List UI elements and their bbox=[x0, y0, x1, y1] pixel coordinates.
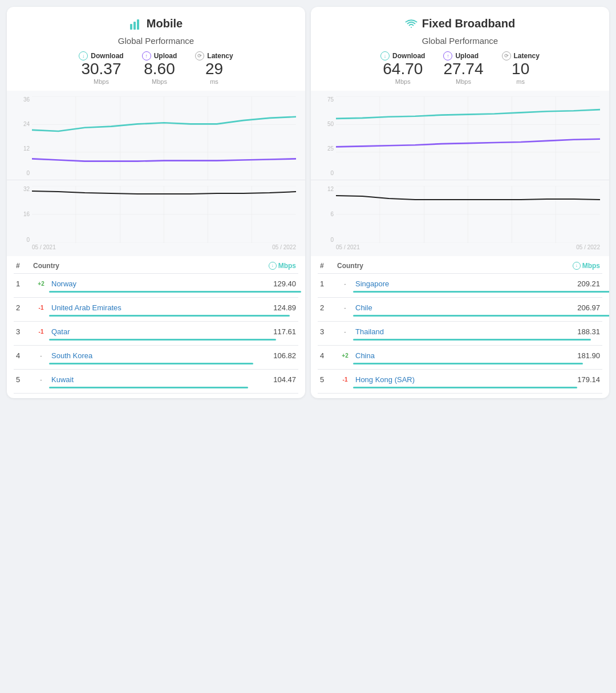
main-wrapper: Mobile Global Performance ↓ Download 30.… bbox=[7, 7, 609, 398]
mobile-bar-icon bbox=[129, 18, 142, 30]
row-country: South Korea bbox=[49, 351, 273, 360]
table-row: 2 -1 United Arab Emirates 124.89 bbox=[14, 298, 298, 322]
mobile-table-rows: 1 +2 Norway 129.40 2 -1 United Arab Emir… bbox=[14, 274, 298, 394]
mobile-table: # Country ↓ Mbps 1 +2 Norway 129.40 2 -1… bbox=[7, 256, 305, 394]
row-rank: 1 bbox=[16, 279, 33, 288]
broadband-metrics-row: ↓ Download 64.70 Mbps ↑ Upload 27.74 Mbp… bbox=[320, 51, 600, 85]
svg-rect-1 bbox=[133, 22, 136, 30]
broadband-upload-metric: ↑ Upload 27.74 Mbps bbox=[443, 51, 483, 85]
row-rank: 2 bbox=[320, 303, 337, 312]
broadband-upload-unit: Mbps bbox=[443, 78, 483, 85]
mobile-upload-unit: Mbps bbox=[142, 78, 177, 85]
row-value: 206.97 bbox=[577, 303, 600, 312]
broadband-latency-metric: ⟳ Latency 10 ms bbox=[502, 51, 540, 85]
row-value: 188.31 bbox=[577, 327, 600, 336]
mobile-latency-svg bbox=[32, 186, 296, 243]
row-country: Qatar bbox=[49, 327, 273, 336]
row-country: China bbox=[353, 351, 577, 360]
mbps-dl-icon: ↓ bbox=[269, 262, 277, 270]
row-value: 124.89 bbox=[273, 303, 296, 312]
mobile-x-labels: 05 / 2021 05 / 2022 bbox=[16, 243, 296, 254]
row-bar bbox=[353, 363, 583, 364]
table-row: 3 - Thailand 188.31 bbox=[318, 322, 602, 346]
row-bar bbox=[353, 315, 609, 317]
row-change: -1 bbox=[33, 329, 49, 335]
row-bar bbox=[49, 339, 276, 341]
row-rank: 5 bbox=[16, 375, 33, 384]
mobile-speed-svg bbox=[32, 96, 296, 180]
table-row: 4 +2 China 181.90 bbox=[318, 346, 602, 370]
mobile-th-mbps: ↓ Mbps bbox=[269, 262, 296, 270]
row-rank: 3 bbox=[16, 327, 33, 336]
row-country: Kuwait bbox=[49, 375, 273, 384]
table-row: 5 -1 Hong Kong (SAR) 179.14 bbox=[318, 370, 602, 394]
row-rank: 1 bbox=[320, 279, 337, 288]
mobile-metrics-row: ↓ Download 30.37 Mbps ↑ Upload 8.60 Mbps bbox=[16, 51, 296, 85]
row-rank: 3 bbox=[320, 327, 337, 336]
broadband-latency-chart: 12 6 0 05 / 2021 bbox=[311, 180, 609, 256]
row-bar bbox=[49, 387, 248, 388]
mobile-upload-label: ↑ Upload bbox=[142, 51, 177, 60]
row-change: -1 bbox=[33, 305, 49, 311]
mobile-latency-metric: ⟳ Latency 29 ms bbox=[195, 51, 233, 85]
row-country: United Arab Emirates bbox=[49, 303, 273, 312]
broadband-download-label: ↓ Download bbox=[380, 51, 425, 60]
mobile-upload-value: 8.60 bbox=[142, 60, 177, 78]
row-bar bbox=[353, 291, 609, 293]
broadband-latency-chart-container: 12 6 0 bbox=[320, 186, 600, 243]
table-row: 4 - South Korea 106.82 bbox=[14, 346, 298, 370]
row-country: Norway bbox=[49, 279, 273, 288]
broadband-y-labels: 75 50 25 0 bbox=[320, 96, 336, 176]
mobile-header: Mobile Global Performance ↓ Download 30.… bbox=[7, 7, 305, 91]
broadband-download-value: 64.70 bbox=[380, 60, 425, 78]
broadband-th-mbps: ↓ Mbps bbox=[573, 262, 600, 270]
row-rank: 2 bbox=[16, 303, 33, 312]
mobile-latency-chart-container: 32 16 0 bbox=[16, 186, 296, 243]
row-value: 106.82 bbox=[273, 351, 296, 360]
row-bar bbox=[49, 291, 301, 293]
broadband-header: Fixed Broadband Global Performance ↓ Dow… bbox=[311, 7, 609, 91]
mobile-latency-chart: 32 16 0 05 / 2021 bbox=[7, 180, 305, 256]
mobile-download-metric: ↓ Download 30.37 Mbps bbox=[79, 51, 123, 85]
row-country: Chile bbox=[353, 303, 577, 312]
mobile-panel: Mobile Global Performance ↓ Download 30.… bbox=[7, 7, 305, 398]
broadband-speed-chart: 75 50 25 0 bbox=[311, 91, 609, 180]
table-row: 2 - Chile 206.97 bbox=[318, 298, 602, 322]
mobile-y-labels: 36 24 12 0 bbox=[16, 96, 32, 176]
broadband-title: Fixed Broadband bbox=[320, 17, 600, 30]
row-change: - bbox=[33, 376, 49, 383]
download-icon: ↓ bbox=[79, 51, 88, 60]
row-rank: 5 bbox=[320, 375, 337, 384]
broadband-speed-chart-container: 75 50 25 0 bbox=[320, 96, 600, 176]
bb-upload-icon: ↑ bbox=[443, 51, 452, 60]
bb-mbps-dl-icon: ↓ bbox=[573, 262, 581, 270]
broadband-upload-value: 27.74 bbox=[443, 60, 483, 78]
row-change: +2 bbox=[33, 281, 49, 287]
row-change: +2 bbox=[337, 352, 353, 359]
broadband-table-rows: 1 - Singapore 209.21 2 - Chile 206.97 3 … bbox=[318, 274, 602, 394]
broadband-upload-label: ↑ Upload bbox=[443, 51, 483, 60]
latency-icon: ⟳ bbox=[195, 51, 204, 60]
mobile-download-unit: Mbps bbox=[79, 78, 123, 85]
svg-rect-2 bbox=[137, 19, 139, 30]
mobile-latency-y-labels: 32 16 0 bbox=[16, 186, 32, 243]
broadband-latency-unit: ms bbox=[502, 78, 540, 85]
row-value: 181.90 bbox=[577, 351, 600, 360]
mobile-download-value: 30.37 bbox=[79, 60, 123, 78]
upload-icon: ↑ bbox=[142, 51, 151, 60]
mobile-latency-label: ⟳ Latency bbox=[195, 51, 233, 60]
row-change: - bbox=[337, 281, 353, 287]
broadband-download-unit: Mbps bbox=[380, 78, 425, 85]
mobile-download-label: ↓ Download bbox=[79, 51, 123, 60]
row-bar bbox=[49, 315, 290, 317]
broadband-table: # Country ↓ Mbps 1 - Singapore 209.21 2 … bbox=[311, 256, 609, 394]
broadband-latency-y-labels: 12 6 0 bbox=[320, 186, 336, 243]
row-change: -1 bbox=[337, 376, 353, 383]
row-value: 104.47 bbox=[273, 375, 296, 384]
row-value: 179.14 bbox=[577, 375, 600, 384]
bb-latency-icon: ⟳ bbox=[502, 51, 511, 60]
row-country: Thailand bbox=[353, 327, 577, 336]
mobile-table-header: # Country ↓ Mbps bbox=[14, 256, 298, 274]
broadband-x-labels: 05 / 2021 05 / 2022 bbox=[320, 243, 600, 254]
row-rank: 4 bbox=[320, 351, 337, 360]
